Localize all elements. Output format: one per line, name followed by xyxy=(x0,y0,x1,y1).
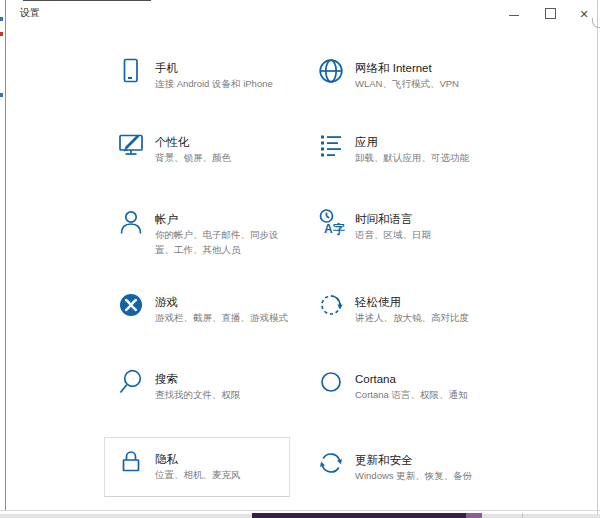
window-title: 设置 xyxy=(20,6,40,20)
tile-subtitle: 背景、锁屏、颜色 xyxy=(155,151,231,166)
tile-title: 应用 xyxy=(355,135,469,149)
tile-title: 搜索 xyxy=(155,372,241,386)
tile-gaming[interactable]: 游戏 游戏栏、截屏、直播、游戏模式 xyxy=(105,289,312,334)
cortana-ring-icon xyxy=(317,368,345,396)
taskbar-sliver-purple-light xyxy=(466,513,482,518)
tile-update-security[interactable]: 更新和安全 Windows 更新、恢复、备份 xyxy=(305,447,557,492)
ease-of-access-icon xyxy=(317,291,345,319)
tile-title: 时间和语言 xyxy=(355,212,431,226)
window-right-border xyxy=(597,0,598,518)
tile-title: 轻松使用 xyxy=(355,295,469,309)
close-icon: ✕ xyxy=(579,9,588,20)
tile-subtitle: Windows 更新、恢复、备份 xyxy=(355,469,472,484)
accounts-person-icon xyxy=(117,208,145,236)
tile-privacy[interactable]: 隐私 位置、相机、麦克风 xyxy=(104,437,290,497)
window-left-border xyxy=(5,0,6,511)
minimize-button[interactable] xyxy=(498,0,530,24)
tile-title: 隐私 xyxy=(155,452,241,466)
tile-time-language[interactable]: A字 时间和语言 语音、区域、日期 xyxy=(305,206,547,251)
apps-list-icon xyxy=(317,131,345,159)
background-window-edge xyxy=(23,0,151,1)
tile-title: 帐户 xyxy=(155,212,279,226)
tile-title: 游戏 xyxy=(155,295,288,309)
tile-title: 个性化 xyxy=(155,135,231,149)
tile-personalization[interactable]: 个性化 背景、锁屏、颜色 xyxy=(105,129,312,174)
search-icon xyxy=(117,368,145,396)
personalization-icon xyxy=(117,131,145,159)
update-security-icon xyxy=(317,449,345,477)
phone-icon xyxy=(117,57,145,85)
tile-subtitle: 游戏栏、截屏、直播、游戏模式 xyxy=(155,311,288,326)
tile-subtitle: 位置、相机、麦克风 xyxy=(155,468,241,483)
svg-text:A字: A字 xyxy=(324,222,345,236)
tile-subtitle: 讲述人、放大镜、高对比度 xyxy=(355,311,469,326)
desktop-fragment xyxy=(0,17,3,21)
window-bottom-edge xyxy=(0,510,600,511)
network-globe-icon xyxy=(317,57,345,85)
tile-title: 更新和安全 xyxy=(355,453,472,467)
tile-subtitle: 卸载、默认应用、可选功能 xyxy=(355,151,469,166)
tile-title: Cortana xyxy=(355,372,467,386)
desktop-fragment xyxy=(0,32,3,36)
tile-title: 网络和 Internet xyxy=(355,61,459,75)
minimize-icon xyxy=(509,15,519,16)
tile-apps[interactable]: 应用 卸载、默认应用、可选功能 xyxy=(305,129,547,174)
tile-ease-of-access[interactable]: 轻松使用 讲述人、放大镜、高对比度 xyxy=(305,289,547,334)
privacy-lock-icon xyxy=(117,448,145,476)
tile-phone[interactable]: 手机 连接 Android 设备和 iPhone xyxy=(105,55,312,100)
tile-subtitle: 连接 Android 设备和 iPhone xyxy=(155,77,273,92)
settings-window: 设置 ✕ 手机 连接 Android 设备和 iPhone 网络和 Intern… xyxy=(0,0,600,518)
maximize-icon xyxy=(545,8,556,19)
tile-subtitle: Cortana 语言、权限、通知 xyxy=(355,388,467,403)
taskbar-sliver-purple xyxy=(252,513,466,518)
tile-cortana[interactable]: Cortana Cortana 语言、权限、通知 xyxy=(305,366,547,411)
taskbar-sliver-divider xyxy=(522,513,523,518)
tile-title: 手机 xyxy=(155,61,273,75)
desktop-fragment xyxy=(0,93,3,97)
gaming-xbox-icon xyxy=(117,291,145,319)
tile-search[interactable]: 搜索 查找我的文件、权限 xyxy=(105,366,312,411)
tile-accounts[interactable]: 帐户 你的帐户、电子邮件、同步设 置、工作、其他人员 xyxy=(105,206,312,266)
tile-subtitle: 你的帐户、电子邮件、同步设 置、工作、其他人员 xyxy=(155,228,279,257)
time-language-icon: A字 xyxy=(317,208,345,236)
maximize-button[interactable] xyxy=(534,0,566,24)
tile-subtitle: WLAN、飞行模式、VPN xyxy=(355,77,459,92)
tile-network-internet[interactable]: 网络和 Internet WLAN、飞行模式、VPN xyxy=(305,55,547,100)
tile-subtitle: 语音、区域、日期 xyxy=(355,228,431,243)
tile-subtitle: 查找我的文件、权限 xyxy=(155,388,241,403)
titlebar: 设置 ✕ xyxy=(6,0,598,30)
